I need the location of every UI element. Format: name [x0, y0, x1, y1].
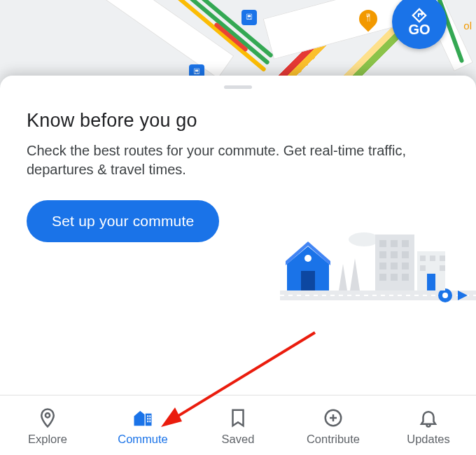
svg-point-4: [250, 18, 251, 19]
svg-marker-19: [339, 264, 347, 290]
commute-sheet: Know before you go Check the best routes…: [0, 76, 476, 455]
svg-rect-45: [147, 418, 148, 420]
nav-commute[interactable]: Commute: [95, 407, 190, 446]
svg-rect-47: [147, 421, 148, 423]
svg-rect-44: [149, 415, 150, 417]
svg-rect-32: [379, 274, 386, 281]
svg-rect-29: [379, 262, 386, 270]
sheet-grabber[interactable]: [224, 85, 252, 89]
svg-point-13: [442, 293, 448, 298]
card-title: Know before you go: [27, 110, 449, 132]
svg-rect-34: [402, 274, 409, 281]
go-button[interactable]: GO: [392, 0, 447, 49]
svg-rect-24: [391, 240, 398, 247]
nav-label: Explore: [28, 433, 67, 446]
svg-rect-25: [402, 240, 409, 247]
svg-rect-27: [391, 251, 398, 258]
bottom-nav: Explore Commute Saved Contribute Updates: [0, 395, 476, 455]
commute-icon: [132, 407, 153, 428]
nav-label: Saved: [222, 433, 255, 446]
nav-explore[interactable]: Explore: [0, 407, 95, 446]
svg-rect-26: [379, 251, 386, 258]
nav-label: Contribute: [307, 433, 360, 446]
card-description: Check the best routes for your commute. …: [27, 141, 447, 179]
nav-saved[interactable]: Saved: [190, 407, 286, 446]
svg-rect-40: [420, 265, 426, 271]
bookmark-icon: [227, 407, 248, 428]
svg-marker-20: [350, 258, 360, 290]
svg-rect-41: [440, 265, 445, 271]
go-button-label: GO: [408, 22, 430, 38]
plus-circle-icon: [323, 407, 344, 428]
svg-rect-31: [402, 262, 409, 270]
map-label: ol: [463, 20, 472, 31]
svg-rect-2: [248, 15, 251, 18]
svg-rect-48: [149, 421, 150, 423]
svg-rect-18: [301, 271, 315, 290]
svg-rect-30: [391, 262, 398, 270]
nav-contribute[interactable]: Contribute: [286, 407, 381, 446]
svg-rect-23: [379, 240, 386, 247]
bell-icon: [418, 407, 439, 428]
svg-rect-46: [149, 418, 150, 420]
svg-point-9: [197, 73, 198, 74]
pin-icon: [37, 407, 58, 428]
svg-rect-28: [402, 251, 409, 258]
commute-illustration: [280, 215, 476, 306]
svg-rect-39: [440, 255, 445, 261]
svg-rect-38: [430, 255, 435, 261]
svg-point-42: [46, 413, 50, 417]
transit-stop-icon[interactable]: [241, 10, 257, 25]
nav-updates[interactable]: Updates: [381, 407, 476, 446]
nav-label: Commute: [118, 433, 168, 446]
svg-rect-43: [147, 415, 148, 417]
svg-rect-33: [391, 274, 398, 281]
setup-commute-button[interactable]: Set up your commute: [27, 200, 219, 242]
svg-point-8: [195, 73, 196, 74]
svg-rect-36: [427, 274, 435, 290]
svg-point-21: [349, 232, 379, 246]
svg-point-3: [248, 18, 248, 19]
nav-label: Updates: [407, 433, 449, 446]
svg-rect-37: [420, 255, 426, 261]
svg-point-17: [304, 255, 312, 262]
svg-rect-7: [195, 70, 199, 72]
